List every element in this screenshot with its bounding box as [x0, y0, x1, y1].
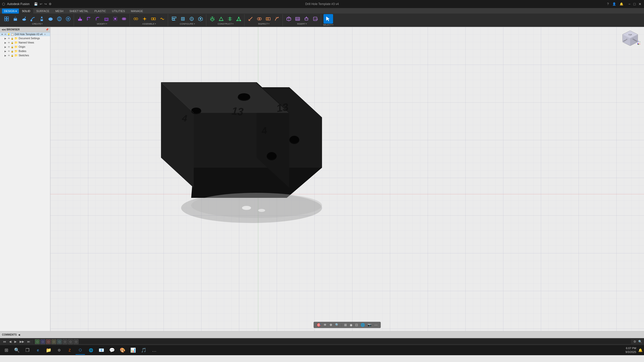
app-10-btn[interactable]: 💬 [107, 346, 117, 355]
tab-sheet-metal[interactable]: SHEET METAL [66, 9, 91, 14]
revolve-btn[interactable] [20, 15, 28, 23]
joint-btn[interactable] [132, 15, 140, 23]
zoom-icon[interactable]: 🔍 [334, 323, 340, 327]
root-close-icon[interactable]: ✕ [44, 33, 46, 36]
timeline-track[interactable]: ⬡ ⬡ ⬡ ⬡ ⬡ ⬡ ⬡ ⬡ [34, 339, 631, 344]
timeline-rewind-btn[interactable]: ⏮ [2, 339, 7, 344]
section-analysis-btn[interactable] [264, 15, 272, 23]
3d-viewport[interactable]: 13 4 13 4 [50, 27, 644, 331]
chamfer-btn[interactable] [94, 15, 102, 23]
timeline-feature-8[interactable]: ⬡ [73, 339, 78, 344]
canvas-btn[interactable] [294, 15, 302, 23]
pan-icon[interactable]: ✥ [329, 323, 333, 327]
account-icon[interactable]: 👤 [611, 2, 617, 6]
combine-btn[interactable] [120, 15, 128, 23]
tab-solid[interactable]: SOLID [19, 9, 33, 14]
camera-icon[interactable]: 📷 [367, 323, 373, 327]
minimize-btn[interactable]: − [628, 2, 632, 6]
scale-btn[interactable] [111, 15, 119, 23]
close-btn[interactable]: ✕ [638, 2, 642, 6]
extrude-btn[interactable] [11, 15, 19, 23]
design-mode-btn[interactable]: DESIGN ▾ [2, 9, 19, 14]
bell-icon[interactable]: 🔔 [619, 2, 624, 6]
undo-icon[interactable]: ↩ [40, 2, 42, 6]
app-14-btn[interactable]: … [149, 346, 159, 355]
search-btn[interactable]: 🔍 [12, 346, 22, 355]
rigid-group-btn[interactable] [149, 15, 157, 23]
create-form-btn[interactable] [55, 15, 63, 23]
modify-label[interactable]: MODIFY ▾ [97, 23, 107, 25]
app-11-btn[interactable]: 🎨 [118, 346, 127, 355]
orbit-icon[interactable]: 🎯 [316, 323, 322, 327]
app-9-btn[interactable]: 📧 [97, 346, 106, 355]
timeline-feature-3[interactable]: ⬡ [46, 339, 51, 344]
settings-taskbar-btn[interactable]: ⚙ [54, 346, 64, 355]
tab-plastic[interactable]: PLASTIC [91, 9, 109, 14]
taskview-btn[interactable]: ❐ [23, 346, 32, 355]
plane-angle-btn[interactable] [217, 15, 225, 23]
tab-utilities[interactable]: UTILITIES [109, 9, 128, 14]
offset-plane-btn[interactable] [208, 15, 216, 23]
grid-icon[interactable]: ⊡ [354, 323, 359, 327]
configure-label[interactable]: CONFIGURE ▾ [180, 23, 195, 25]
through-points-btn[interactable] [235, 15, 243, 23]
midplane-btn[interactable] [226, 15, 234, 23]
app-13-btn[interactable]: 🎵 [139, 346, 148, 355]
loft-btn[interactable] [38, 15, 46, 23]
configure-2-btn[interactable] [179, 15, 187, 23]
settings-icon[interactable]: ⚙ [49, 2, 52, 6]
browser-origin-item[interactable]: ▶ 👁 🔒 📁 Origin [0, 45, 50, 49]
look-at-icon[interactable]: 👁 [323, 323, 328, 327]
tab-surface[interactable]: SURFACE [33, 9, 52, 14]
insert-label[interactable]: INSERT ▾ [297, 23, 307, 25]
filezilla-btn[interactable]: Z [65, 346, 74, 355]
explorer-btn[interactable]: 📁 [44, 346, 53, 355]
assemble-label[interactable]: ASSEMBLE ▾ [142, 23, 156, 25]
create-label[interactable]: CREATE ▾ [32, 23, 43, 25]
sweep-btn[interactable] [29, 15, 37, 23]
freeform-btn[interactable] [47, 15, 55, 23]
curvature-btn[interactable] [273, 15, 281, 23]
configure-3-btn[interactable] [188, 15, 196, 23]
timeline-feature-1[interactable]: ⬡ [35, 339, 40, 344]
app-12-btn[interactable]: 📊 [128, 346, 138, 355]
browser-pin-icon[interactable]: 📌 [46, 28, 49, 31]
additive-btn[interactable] [64, 15, 72, 23]
fusion-btn[interactable]: ⬡ [75, 346, 85, 355]
timeline-next-btn[interactable]: ▶▶ [19, 339, 25, 344]
comments-expand-icon[interactable]: ◀ [18, 333, 20, 336]
timeline-feature-4[interactable]: ⬡ [51, 339, 56, 344]
3d-model[interactable]: 13 4 13 4 [96, 47, 347, 223]
start-btn[interactable]: ⊞ [2, 346, 11, 355]
fit-icon[interactable]: ⊞ [343, 323, 348, 327]
new-component-btn[interactable] [3, 15, 11, 23]
browser-root-item[interactable]: ▼ 👁 💡 📋 Drill Hole Template #3 v4 ✕ [0, 32, 50, 36]
browser-sketches-item[interactable]: ▶ 👁 🔒 📁 Sketches [0, 53, 50, 58]
timeline-prev-btn[interactable]: ◀ [8, 339, 12, 344]
display-mode-icon[interactable]: ◉ [349, 323, 353, 327]
timeline-play-btn[interactable]: ▶ [13, 339, 18, 344]
insert-mesh-btn[interactable] [285, 15, 293, 23]
joint-origin-btn[interactable] [141, 15, 149, 23]
chrome-btn[interactable]: 🌐 [86, 346, 96, 355]
nav-cube[interactable]: TOP FRONT RIGHT X Y Z [620, 29, 640, 50]
fillet-btn[interactable] [85, 15, 93, 23]
timeline-zoom-icon[interactable]: 🔍 [638, 340, 642, 343]
redo-icon[interactable]: ↪ [44, 2, 47, 6]
timeline-options-icon[interactable]: ⚙ [633, 340, 636, 343]
press-pull-btn[interactable] [76, 15, 84, 23]
browser-collapse-icon[interactable]: ◀◀ [2, 28, 6, 31]
maximize-btn[interactable]: □ [633, 2, 637, 6]
browser-named-views-item[interactable]: ▶ 👁 🔒 📁 Named Views [0, 40, 50, 45]
select-label[interactable]: SELECT ▾ [323, 24, 333, 26]
notification-icon[interactable]: 🔔 [638, 348, 642, 352]
edge-btn[interactable]: e [33, 346, 43, 355]
motion-link-btn[interactable] [158, 15, 166, 23]
environment-icon[interactable]: 🌐 [360, 323, 366, 327]
browser-bodies-item[interactable]: ▶ 👁 🔒 📁 Bodies [0, 49, 50, 53]
select-btn[interactable] [324, 14, 333, 24]
decal-btn[interactable] [302, 15, 310, 23]
help-icon[interactable]: ? [606, 2, 610, 6]
tab-manage[interactable]: MANAGE [128, 9, 146, 14]
interference-btn[interactable] [255, 15, 263, 23]
